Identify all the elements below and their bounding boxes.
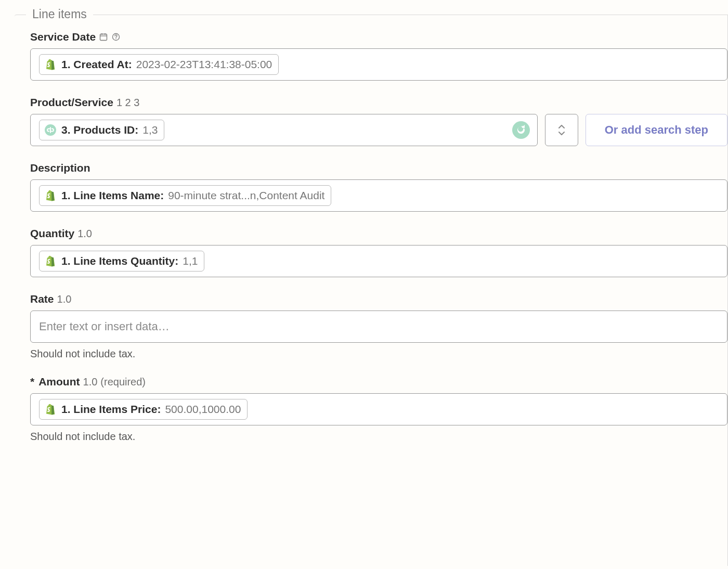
amount-input[interactable]: 1. Line Items Price: 500.00,1000.00 xyxy=(30,393,727,425)
line-items-fieldset: Line items Service Date 1. Created At: 2… xyxy=(15,15,728,566)
field-label: Quantity 1.0 xyxy=(30,227,727,240)
stepper-control[interactable] xyxy=(545,114,578,146)
quickbooks-icon xyxy=(44,123,57,137)
label-text: Service Date xyxy=(30,31,96,43)
data-pill[interactable]: 1. Line Items Quantity: 1,1 xyxy=(39,251,204,271)
label-sub: 1.0 xyxy=(77,228,92,240)
pill-label: 1. Line Items Name: xyxy=(61,189,164,202)
help-text: Should not include tax. xyxy=(30,348,727,360)
pill-label: 1. Line Items Price: xyxy=(61,403,161,416)
field-label: * Amount 1.0 (required) xyxy=(30,376,727,388)
label-text: Product/Service xyxy=(30,96,113,109)
fieldset-legend: Line items xyxy=(26,7,93,21)
svg-point-5 xyxy=(115,38,116,40)
help-text: Should not include tax. xyxy=(30,431,727,443)
pill-value: 500.00,1000.00 xyxy=(165,403,241,416)
pill-value: 1,1 xyxy=(183,255,198,267)
data-pill[interactable]: 1. Created At: 2023-02-23T13:41:38-05:00 xyxy=(39,54,279,75)
label-text: Description xyxy=(30,162,90,174)
required-asterisk: * xyxy=(30,376,34,388)
refresh-icon[interactable] xyxy=(512,121,530,139)
svg-rect-0 xyxy=(100,34,107,41)
shopify-icon xyxy=(44,254,57,268)
calendar-icon xyxy=(99,32,108,42)
shopify-icon xyxy=(44,403,57,416)
data-pill[interactable]: 1. Line Items Name: 90-minute strat...n,… xyxy=(39,185,331,206)
help-icon[interactable] xyxy=(111,32,121,42)
field-label: Rate 1.0 xyxy=(30,293,727,305)
label-text: Rate xyxy=(30,293,54,305)
add-search-step-button[interactable]: Or add search step xyxy=(586,114,727,146)
field-rate: Rate 1.0 Enter text or insert data… Shou… xyxy=(15,277,727,360)
product-service-input[interactable]: 3. Products ID: 1,3 xyxy=(30,114,538,146)
pill-label: 3. Products ID: xyxy=(61,124,138,136)
label-sub: 1 2 3 xyxy=(116,97,139,109)
pill-label: 1. Created At: xyxy=(61,58,132,71)
service-date-input[interactable]: 1. Created At: 2023-02-23T13:41:38-05:00 xyxy=(30,48,727,81)
field-label: Service Date xyxy=(30,31,727,43)
field-label: Product/Service 1 2 3 xyxy=(30,96,727,109)
label-sub: 1.0 xyxy=(57,293,72,305)
required-label: (required) xyxy=(100,376,146,388)
rate-input[interactable]: Enter text or insert data… xyxy=(30,311,727,343)
label-text: Amount xyxy=(38,376,80,388)
data-pill[interactable]: 3. Products ID: 1,3 xyxy=(39,120,164,140)
quantity-input[interactable]: 1. Line Items Quantity: 1,1 xyxy=(30,245,727,277)
pill-value: 2023-02-23T13:41:38-05:00 xyxy=(136,58,272,71)
chevrons-up-down-icon xyxy=(557,123,566,137)
field-amount: * Amount 1.0 (required) 1. Line Items Pr… xyxy=(15,360,727,443)
data-pill[interactable]: 1. Line Items Price: 500.00,1000.00 xyxy=(39,399,248,420)
field-product-service: Product/Service 1 2 3 3. Products ID: 1,… xyxy=(15,81,727,146)
field-label: Description xyxy=(30,162,727,174)
label-sub: 1.0 xyxy=(83,376,98,388)
field-quantity: Quantity 1.0 1. Line Items Quantity: 1,1 xyxy=(15,212,727,277)
field-description: Description 1. Line Items Name: 90-minut… xyxy=(15,146,727,212)
pill-value: 1,3 xyxy=(142,124,158,136)
shopify-icon xyxy=(44,58,57,71)
field-service-date: Service Date 1. Created At: 2023-02-23T1… xyxy=(15,15,727,81)
pill-label: 1. Line Items Quantity: xyxy=(61,255,178,267)
shopify-icon xyxy=(44,189,57,202)
description-input[interactable]: 1. Line Items Name: 90-minute strat...n,… xyxy=(30,179,727,212)
label-text: Quantity xyxy=(30,227,74,240)
pill-value: 90-minute strat...n,Content Audit xyxy=(168,189,324,202)
